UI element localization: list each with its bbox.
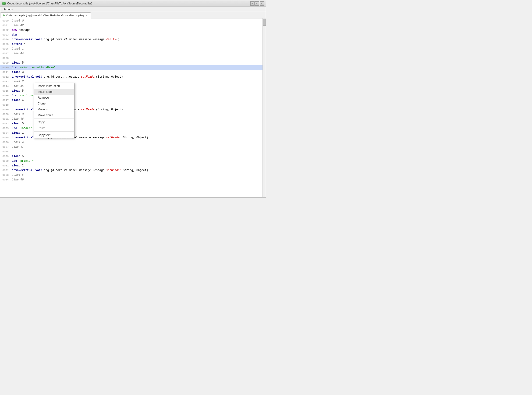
line-code: label 5 [10, 173, 26, 177]
title-bar-left: Code: decompile (org/jd/core/v1/ClassFil… [2, 2, 92, 5]
context-menu-separator-1 [34, 119, 74, 119]
context-menu-copy[interactable]: Copy [34, 119, 74, 125]
app-icon [2, 2, 6, 5]
line-code: line 44 [10, 51, 26, 56]
table-row[interactable]: 0001 line 42 [0, 23, 263, 28]
table-row[interactable]: 0009 aload 5 [0, 60, 263, 65]
line-code: ldc "loader" [10, 126, 34, 131]
table-row[interactable]: 0027 line 47 [0, 145, 263, 149]
table-row[interactable]: 0000 label 0 [0, 18, 263, 23]
context-menu-move-down[interactable]: Move down [34, 112, 74, 118]
tab-bar: Code: decompile (org/jd/core/v1/ClassFil… [0, 12, 266, 18]
context-menu-paste[interactable]: Paste [34, 125, 74, 131]
line-code: line 46 [10, 117, 26, 121]
line-code [10, 56, 14, 60]
tab-label: Code: decompile (org/jd/core/v1/ClassFil… [6, 14, 84, 17]
line-number: 0027 [0, 145, 10, 149]
table-row[interactable]: 0005 astore 5 [0, 42, 263, 47]
line-number: 0026 [0, 140, 10, 145]
table-row[interactable]: 0010 ldc "mainInternalTypeName" [0, 65, 263, 70]
line-code: invokevirtual void org.jd.core....essage… [10, 75, 125, 79]
code-content: 0000 label 0 0001 line 42 0002 new Messa… [0, 18, 263, 197]
line-number: 0013 [0, 79, 10, 84]
line-number: 0018 [0, 103, 10, 107]
line-number: 0002 [0, 28, 10, 33]
line-code: invokespecial void org.jd.core.v1.model.… [10, 37, 121, 42]
actions-menu[interactable]: Actions [2, 7, 14, 11]
line-code: invokevirtual void org.jd.core.v1.model.… [10, 168, 150, 173]
line-code: new Message [10, 28, 32, 33]
line-number: 0032 [0, 168, 10, 173]
line-number: 0000 [0, 18, 10, 23]
line-number: 0011 [0, 70, 10, 75]
line-code: ldc "printer" [10, 159, 36, 163]
line-code: aload 1 [10, 131, 26, 135]
menu-bar: Actions [0, 7, 266, 12]
line-code: aload 5 [10, 88, 26, 93]
line-code [10, 103, 14, 107]
line-number: 0010 [0, 65, 10, 70]
line-code: ldc "mainInternalTypeName" [10, 65, 57, 70]
line-code: aload 5 [10, 60, 26, 65]
context-menu-separator-2 [34, 131, 74, 132]
table-row[interactable]: 0029 aload 5 [0, 154, 263, 159]
table-row[interactable]: 0007 line 44 [0, 51, 263, 56]
tab-dot [3, 15, 5, 16]
line-code: aload 2 [10, 163, 26, 168]
scrollbar-thumb[interactable] [263, 19, 266, 26]
table-row[interactable]: 0004 invokespecial void org.jd.core.v1.m… [0, 37, 263, 42]
table-row[interactable]: 0031 aload 2 [0, 163, 263, 168]
line-number: 0006 [0, 47, 10, 51]
context-menu-move-up[interactable]: Move up [34, 106, 74, 112]
table-row[interactable]: 0006 label 1 [0, 47, 263, 51]
table-row[interactable]: 0028 [0, 149, 263, 154]
editor-area: 0000 label 0 0001 line 42 0002 new Messa… [0, 18, 266, 197]
table-row[interactable]: 0032 invokevirtual void org.jd.core.v1.m… [0, 168, 263, 173]
line-number: 0012 [0, 75, 10, 79]
context-menu: Insert instruction Insert label Remove C… [34, 83, 75, 138]
minimize-button[interactable]: ─ [250, 1, 255, 5]
line-number: 0020 [0, 112, 10, 117]
vertical-scrollbar[interactable] [263, 18, 266, 197]
line-number: 0009 [0, 60, 10, 65]
table-row[interactable]: 0033 label 5 [0, 173, 263, 177]
line-number: 0022 [0, 121, 10, 126]
table-row[interactable]: 0034 line 49 [0, 177, 263, 182]
line-code: label 4 [10, 140, 26, 145]
tab-close-button[interactable]: ✕ [85, 14, 88, 17]
close-button[interactable]: ✕ [260, 1, 264, 5]
main-tab[interactable]: Code: decompile (org/jd/core/v1/ClassFil… [0, 12, 91, 18]
context-menu-insert-label[interactable]: Insert label [34, 89, 74, 95]
line-number: 0034 [0, 177, 10, 182]
window-title: Code: decompile (org/jd/core/v1/ClassFil… [7, 2, 92, 5]
table-row[interactable]: 0003 dup [0, 33, 263, 37]
line-number: 0019 [0, 107, 10, 112]
table-row[interactable]: 0011 aload 3 [0, 70, 263, 75]
context-menu-copy-text[interactable]: Copy text [34, 132, 74, 138]
line-number: 0021 [0, 117, 10, 121]
restore-button[interactable]: □ [255, 1, 259, 5]
line-code: aload 5 [10, 154, 26, 159]
line-number: 0025 [0, 135, 10, 140]
line-number: 0015 [0, 88, 10, 93]
line-code [10, 149, 14, 154]
table-row[interactable]: 0030 ldc "printer" [0, 159, 263, 163]
line-code: label 3 [10, 112, 26, 117]
line-number: 0028 [0, 149, 10, 154]
line-number: 0003 [0, 33, 10, 37]
title-bar-buttons: ─ □ ✕ [250, 1, 264, 5]
table-row[interactable]: 0008 [0, 56, 263, 60]
line-number: 0007 [0, 51, 10, 56]
title-bar: Code: decompile (org/jd/core/v1/ClassFil… [0, 0, 266, 7]
context-menu-remove[interactable]: Remove [34, 95, 74, 100]
line-code: dup [10, 33, 19, 37]
line-number: 0030 [0, 159, 10, 163]
line-number: 0033 [0, 173, 10, 177]
context-menu-insert-instruction[interactable]: Insert instruction [34, 83, 74, 89]
table-row[interactable]: 0002 new Message [0, 28, 263, 33]
line-code: invokevirtual void org.jd.core.v1.model.… [10, 135, 150, 140]
main-window: Code: decompile (org/jd/core/v1/ClassFil… [0, 0, 266, 198]
context-menu-clone[interactable]: Clone [34, 100, 74, 106]
table-row[interactable]: 0012 invokevirtual void org.jd.core....e… [0, 75, 263, 79]
table-row[interactable]: 0026 label 4 [0, 140, 263, 145]
